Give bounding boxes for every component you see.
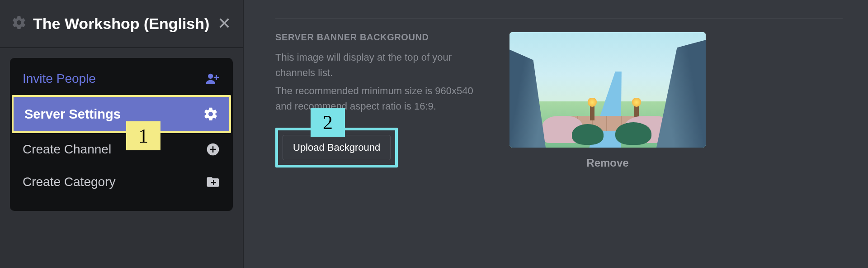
upload-background-button[interactable]: Upload Background (283, 135, 391, 160)
menu-item-label: Create Category (23, 175, 115, 189)
banner-preview-image[interactable] (509, 32, 706, 148)
section-description-2: The recommended minimum size is 960x540 … (275, 83, 488, 114)
server-dropdown-panel: The Workshop (English) ✕ 1 Invite People… (0, 0, 244, 268)
annotation-step-2: 2 (311, 108, 345, 137)
invite-people-icon (205, 71, 220, 86)
plus-circle-icon (206, 142, 220, 157)
gear-icon (203, 106, 218, 122)
menu-invite-people[interactable]: Invite People (14, 62, 228, 95)
menu-item-label: Server Settings (24, 107, 121, 122)
settings-page: SERVER BANNER BACKGROUND This image will… (244, 0, 868, 268)
section-description-1: This image will display at the top of yo… (275, 50, 488, 81)
annotation-step-1: 1 (126, 121, 160, 150)
upload-button-wrapper: 2 Upload Background (275, 128, 398, 168)
close-icon[interactable]: ✕ (217, 14, 231, 33)
section-text-column: SERVER BANNER BACKGROUND This image will… (275, 32, 488, 168)
remove-banner-link[interactable]: Remove (586, 157, 628, 169)
gear-icon (11, 15, 27, 32)
banner-preview-column: Remove (509, 32, 706, 169)
server-menu: 1 Invite People Server Settings Create C… (10, 58, 233, 211)
menu-item-label: Create Channel (23, 142, 111, 157)
section-heading: SERVER BANNER BACKGROUND (275, 32, 488, 43)
menu-server-settings[interactable]: Server Settings (12, 95, 231, 133)
server-banner-section: SERVER BANNER BACKGROUND This image will… (275, 32, 843, 169)
menu-create-channel[interactable]: Create Channel (14, 133, 228, 166)
server-header: The Workshop (English) ✕ (0, 0, 243, 48)
folder-plus-icon (206, 175, 220, 189)
section-divider (275, 18, 843, 19)
menu-item-label: Invite People (23, 72, 96, 86)
menu-create-category[interactable]: Create Category (14, 166, 228, 198)
server-title: The Workshop (English) (33, 15, 209, 33)
